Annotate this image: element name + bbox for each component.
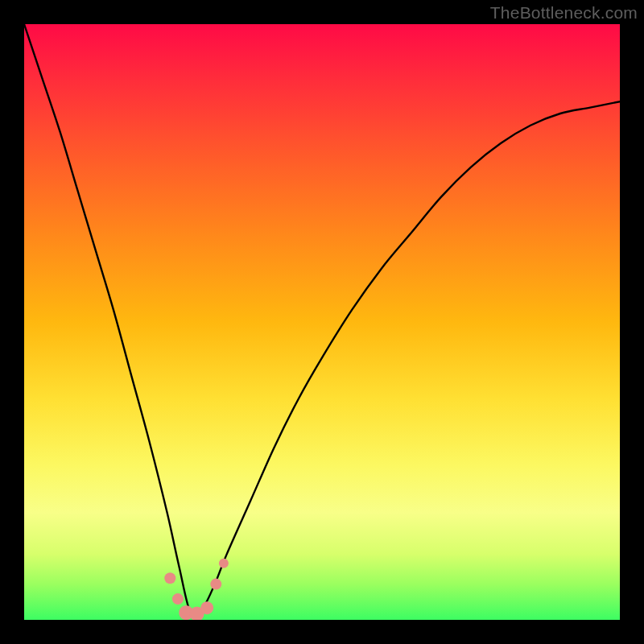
bottleneck-curve bbox=[24, 24, 620, 617]
plot-area bbox=[24, 24, 620, 620]
watermark-text: TheBottleneck.com bbox=[490, 3, 638, 23]
curve-markers bbox=[164, 559, 229, 620]
curve-marker bbox=[200, 601, 213, 614]
curve-marker bbox=[172, 593, 184, 605]
curve-svg bbox=[24, 24, 620, 620]
curve-marker bbox=[219, 559, 229, 568]
curve-marker bbox=[164, 572, 175, 584]
curve-marker bbox=[210, 579, 221, 590]
chart-frame: TheBottleneck.com bbox=[0, 0, 644, 644]
